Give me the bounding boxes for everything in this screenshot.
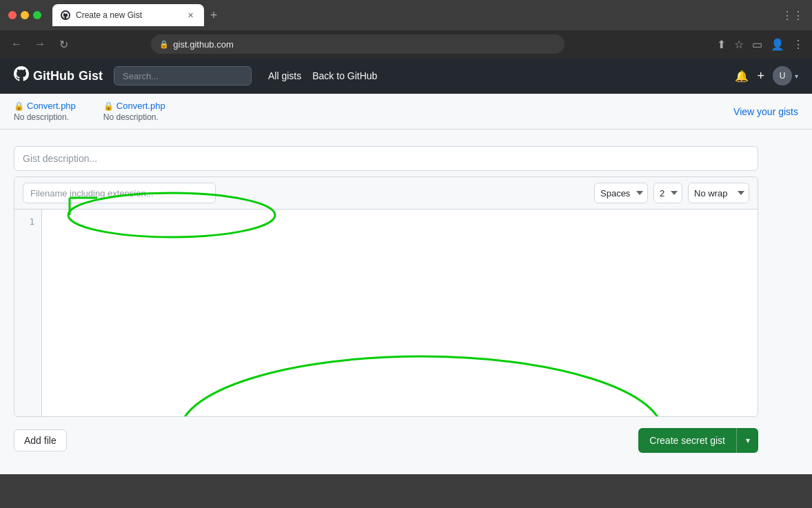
traffic-lights <box>8 11 41 19</box>
add-file-button[interactable]: Add file <box>14 429 67 451</box>
file-editor: Spaces 2 4 8 No wrap Soft wrap 1 <box>14 176 758 417</box>
lock-icon: 🔒 <box>159 40 169 49</box>
browser-addressbar: ← → ↻ 🔒 gist.github.com ⬆ ☆ ▭ 👤 ⋮ <box>0 30 812 58</box>
gh-header-right: 🔔 + U ▾ <box>735 66 798 85</box>
close-button[interactable] <box>8 11 17 19</box>
menu-icon[interactable]: ⋮ <box>793 38 804 51</box>
profile-icon[interactable]: 👤 <box>771 38 784 51</box>
recent-gist-1-filename: Convert.php <box>27 101 76 111</box>
dropdown-arrow-icon: ▾ <box>746 436 750 445</box>
tab-title: Create a new Gist <box>76 10 179 20</box>
gist-description-input[interactable] <box>14 146 758 171</box>
editor-body: 1 <box>14 210 758 416</box>
new-item-plus-icon[interactable]: + <box>757 69 764 83</box>
extensions-icon[interactable]: ▭ <box>752 38 762 51</box>
footer-actions: Add file Create secret gist ▾ <box>14 428 758 453</box>
recent-gist-2: 🔒 Convert.php No description. <box>103 101 165 122</box>
gh-nav: All gists Back to GitHub <box>268 70 377 81</box>
filename-input[interactable] <box>23 183 216 203</box>
back-button[interactable]: ← <box>8 38 25 50</box>
user-menu[interactable]: U ▾ <box>773 66 798 85</box>
create-gist-dropdown-button[interactable]: ▾ <box>736 428 758 453</box>
gh-header: GitHub Gist All gists Back to GitHub 🔔 +… <box>0 58 812 94</box>
reload-button[interactable]: ↻ <box>55 38 72 51</box>
toolbar-icons-right: ⬆ ☆ ▭ 👤 ⋮ <box>717 38 804 51</box>
browser-titlebar: Create a new Gist ✕ + ⋮⋮ <box>0 0 812 30</box>
main-content: Spaces 2 4 8 No wrap Soft wrap 1 <box>0 130 812 474</box>
indent-type-select[interactable]: Spaces <box>594 183 648 203</box>
browser-controls-right: ⋮⋮ <box>782 9 804 22</box>
forward-button[interactable]: → <box>32 38 48 50</box>
nav-back-to-github[interactable]: Back to GitHub <box>312 70 377 81</box>
lock-icon-2: 🔒 <box>103 101 114 111</box>
github-icon <box>14 66 29 85</box>
recent-gist-2-link[interactable]: 🔒 Convert.php <box>103 101 165 111</box>
user-avatar: U <box>773 66 792 85</box>
minimize-button[interactable] <box>21 11 29 19</box>
bookmark-icon[interactable]: ☆ <box>734 38 744 51</box>
gh-search-input[interactable] <box>114 66 252 85</box>
url-text: gist.github.com <box>173 39 233 50</box>
file-editor-header: Spaces 2 4 8 No wrap Soft wrap <box>14 177 758 210</box>
line-numbers: 1 <box>14 210 42 416</box>
user-menu-chevron-icon: ▾ <box>795 72 798 80</box>
editor-options: Spaces 2 4 8 No wrap Soft wrap <box>594 183 749 203</box>
create-secret-gist-button[interactable]: Create secret gist <box>638 428 736 453</box>
new-tab-button[interactable]: + <box>204 6 223 25</box>
gh-logo: GitHub Gist <box>14 66 103 85</box>
recent-gists-bar: 🔒 Convert.php No description. 🔒 Convert.… <box>0 94 812 130</box>
tab-favicon <box>61 10 70 20</box>
share-icon[interactable]: ⬆ <box>717 38 726 51</box>
tab-close-button[interactable]: ✕ <box>185 10 196 21</box>
view-your-gists-link[interactable]: View your gists <box>733 106 798 117</box>
recent-gist-1-link[interactable]: 🔒 Convert.php <box>14 101 76 111</box>
create-gist-group: Create secret gist ▾ <box>638 428 758 453</box>
code-editor[interactable] <box>42 210 758 416</box>
recent-gist-1-desc: No description. <box>14 112 76 122</box>
recent-gist-2-filename: Convert.php <box>116 101 165 111</box>
maximize-button[interactable] <box>33 11 41 19</box>
github-text: GitHub <box>33 69 74 83</box>
line-number-1: 1 <box>21 215 34 229</box>
wrap-select[interactable]: No wrap Soft wrap <box>688 183 749 203</box>
address-bar[interactable]: 🔒 gist.github.com <box>151 34 565 54</box>
browser-tab-active[interactable]: Create a new Gist ✕ <box>52 4 204 26</box>
gist-text: Gist <box>79 69 103 83</box>
lock-icon-1: 🔒 <box>14 101 24 111</box>
recent-gist-2-desc: No description. <box>103 112 165 122</box>
notification-bell-icon[interactable]: 🔔 <box>735 70 749 83</box>
indent-size-select[interactable]: 2 4 8 <box>653 183 682 203</box>
tab-bar: Create a new Gist ✕ + <box>52 4 776 26</box>
nav-all-gists[interactable]: All gists <box>268 70 301 81</box>
recent-gist-1: 🔒 Convert.php No description. <box>14 101 76 122</box>
